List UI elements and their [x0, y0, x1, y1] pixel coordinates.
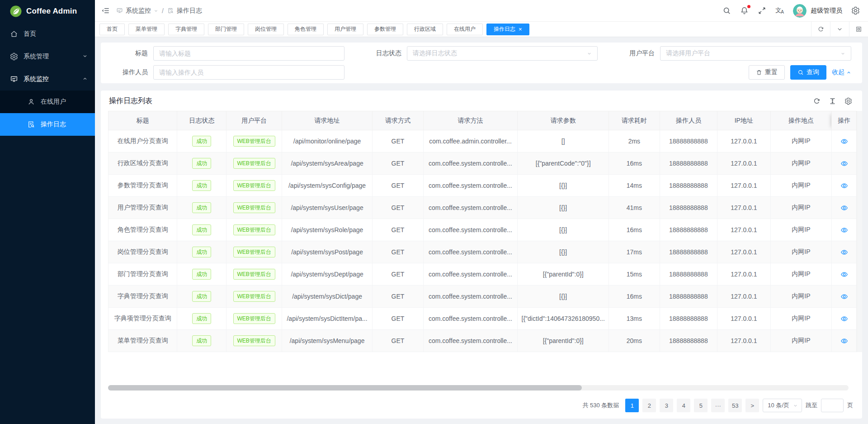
tab-10[interactable]: 操作日志×: [486, 24, 529, 35]
cell-status: 成功: [177, 197, 226, 219]
cell-ip: 127.0.0.1: [717, 286, 771, 308]
cell-method: GET: [373, 175, 424, 197]
operator-input[interactable]: [153, 65, 344, 80]
operator-field-label: 操作人员: [112, 68, 148, 76]
view-detail-eye-icon[interactable]: [840, 160, 848, 167]
cell-params: [{"parentCode":"0"}]: [518, 152, 609, 175]
logo[interactable]: Coffee Admin: [0, 0, 95, 23]
cell-ip: 127.0.0.1: [717, 219, 771, 241]
platform-tag: WEB管理后台: [233, 313, 275, 324]
cell-params: [{}]: [518, 286, 609, 308]
page-button-2[interactable]: 2: [642, 399, 656, 412]
cell-duration: 20ms: [609, 330, 660, 352]
reset-button[interactable]: 重置: [749, 65, 785, 80]
view-detail-eye-icon[interactable]: [840, 182, 848, 190]
sidebar-item-system-management[interactable]: 系统管理: [0, 45, 95, 68]
chevron-down-icon[interactable]: [830, 22, 849, 37]
user-menu[interactable]: 超级管理员: [793, 4, 842, 18]
chevron-up-icon: [82, 76, 88, 83]
page-content: 标题 日志状态 请选择日志状态 用户平台 请选择用户平台: [95, 37, 868, 424]
cell-action: [832, 152, 857, 175]
density-icon[interactable]: [829, 97, 836, 105]
tab-3[interactable]: 部门管理: [208, 24, 244, 35]
column-settings-gear-icon[interactable]: [844, 97, 852, 105]
tab-6[interactable]: 用户管理: [327, 24, 363, 35]
view-detail-eye-icon[interactable]: [840, 271, 848, 278]
tab-close-icon[interactable]: ×: [519, 26, 522, 32]
tab-1[interactable]: 菜单管理: [128, 24, 165, 35]
sidebar-collapse-icon[interactable]: [101, 6, 110, 15]
translate-icon[interactable]: 文A: [775, 7, 784, 14]
tab-9[interactable]: 在线用户: [447, 24, 483, 35]
title-input[interactable]: [153, 46, 344, 61]
view-detail-eye-icon[interactable]: [840, 293, 848, 300]
tab-2[interactable]: 字典管理: [168, 24, 204, 35]
pagination-ellipsis[interactable]: ···: [711, 399, 725, 412]
page-button-4[interactable]: 4: [677, 399, 690, 412]
next-page-button[interactable]: >: [745, 399, 759, 412]
view-detail-eye-icon[interactable]: [840, 248, 848, 256]
sidebar-item-home[interactable]: 首页: [0, 23, 95, 45]
query-button[interactable]: 查询: [790, 65, 826, 80]
trash-icon: [756, 69, 762, 76]
cell-method: GET: [373, 219, 424, 241]
page-button-5[interactable]: 5: [694, 399, 708, 412]
sidebar-item-system-monitor[interactable]: 系统监控: [0, 68, 95, 91]
chevron-up-icon: [846, 70, 851, 75]
cell-platform: WEB管理后台: [226, 241, 282, 263]
notification-bell-icon[interactable]: [740, 6, 749, 15]
fullscreen-icon[interactable]: [758, 6, 766, 15]
tab-7[interactable]: 参数管理: [367, 24, 403, 35]
cell-duration: 15ms: [609, 263, 660, 286]
page-size-value: 10 条/页: [768, 401, 789, 410]
refresh-icon[interactable]: [813, 97, 821, 105]
log-search-icon: [167, 7, 174, 14]
collapse-filters-link[interactable]: 收起: [832, 68, 851, 76]
tab-5[interactable]: 角色管理: [288, 24, 324, 35]
page-button-53[interactable]: 53: [728, 399, 742, 412]
page-button-1[interactable]: 1: [625, 399, 639, 412]
table-row: 用户管理分页查询成功WEB管理后台/api/system/sysUser/pag…: [108, 197, 857, 219]
cell-title: 参数管理分页查询: [108, 175, 177, 197]
jump-page-input[interactable]: [821, 399, 844, 412]
breadcrumb-item[interactable]: 系统监控: [126, 7, 151, 15]
select-placeholder: 请选择日志状态: [413, 49, 457, 57]
maximize-icon[interactable]: [849, 22, 868, 37]
cell-title: 部门管理分页查询: [108, 263, 177, 286]
refresh-icon[interactable]: [811, 22, 830, 37]
page-button-3[interactable]: 3: [660, 399, 673, 412]
cell-params: [{"dictId":140647326180950...: [518, 308, 609, 330]
tab-4[interactable]: 岗位管理: [248, 24, 284, 35]
platform-tag: WEB管理后台: [233, 202, 275, 213]
cell-title: 用户管理分页查询: [108, 197, 177, 219]
breadcrumb: 系统监控 / 操作日志: [116, 7, 202, 15]
sidebar-item-online-users[interactable]: 在线用户: [0, 91, 95, 113]
view-detail-eye-icon[interactable]: [840, 315, 848, 323]
tab-label: 操作日志: [494, 25, 515, 33]
view-detail-eye-icon[interactable]: [840, 138, 848, 145]
horizontal-scrollbar-thumb[interactable]: [108, 385, 582, 391]
page-size-select[interactable]: 10 条/页: [763, 399, 802, 412]
operation-log-list-card: 操作日志列表: [101, 91, 862, 419]
cell-ip: 127.0.0.1: [717, 175, 771, 197]
cell-location: 内网IP: [770, 130, 832, 152]
user-platform-select[interactable]: 请选择用户平台: [660, 46, 851, 61]
cell-ip: 127.0.0.1: [717, 241, 771, 263]
vertical-scrollbar[interactable]: [857, 111, 862, 352]
view-detail-eye-icon[interactable]: [840, 337, 848, 345]
platform-tag: WEB管理后台: [233, 136, 275, 147]
table-header-row: 标题日志状态用户平台请求地址请求方式请求方法请求参数请求耗时操作人员IP地址操作…: [108, 111, 857, 130]
view-detail-eye-icon[interactable]: [840, 226, 848, 234]
view-detail-eye-icon[interactable]: [840, 204, 848, 212]
tab-0[interactable]: 首页: [99, 24, 125, 35]
sidebar-item-operation-log[interactable]: 操作日志: [0, 113, 95, 136]
search-icon[interactable]: [722, 6, 731, 15]
log-status-select[interactable]: 请选择日志状态: [407, 46, 598, 61]
status-tag: 成功: [192, 224, 211, 235]
settings-gear-icon[interactable]: [851, 6, 860, 15]
cell-handler: com.coffee.system.controlle...: [423, 308, 518, 330]
tab-8[interactable]: 行政区域: [407, 24, 443, 35]
status-tag: 成功: [192, 291, 211, 302]
cell-action: [832, 308, 857, 330]
notification-badge: [747, 5, 750, 8]
